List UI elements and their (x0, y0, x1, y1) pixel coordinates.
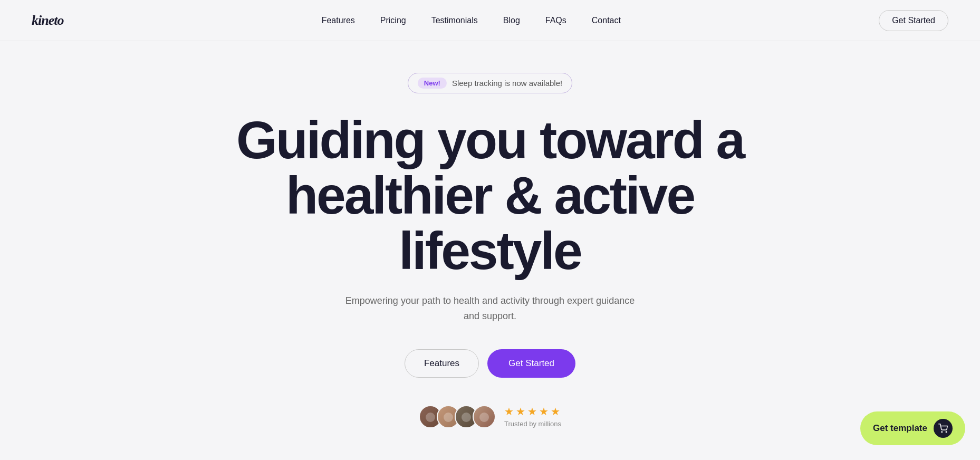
trusted-label: Trusted by millions (504, 420, 561, 428)
get-template-label: Get template (873, 423, 927, 434)
nav-blog[interactable]: Blog (503, 16, 520, 25)
logo[interactable]: kineto (32, 13, 63, 28)
nav-testimonials[interactable]: Testimonials (431, 16, 478, 25)
social-proof: ★ ★ ★ ★ ★ Trusted by millions (419, 405, 561, 428)
navbar: kineto Features Pricing Testimonials Blo… (0, 0, 980, 41)
nav-pricing[interactable]: Pricing (380, 16, 406, 25)
features-button[interactable]: Features (405, 349, 479, 378)
badge-description: Sleep tracking is now available! (452, 79, 562, 88)
get-started-button[interactable]: Get Started (487, 349, 575, 378)
svg-point-0 (941, 432, 943, 433)
nav-features[interactable]: Features (322, 16, 355, 25)
star-1: ★ (504, 405, 514, 418)
nav-links: Features Pricing Testimonials Blog FAQs … (322, 16, 621, 25)
ratings: ★ ★ ★ ★ ★ Trusted by millions (504, 405, 561, 428)
hero-title: Guiding you toward a healthier & active … (200, 112, 780, 279)
avatar (473, 405, 496, 428)
star-5: ★ (551, 405, 560, 418)
svg-point-1 (946, 432, 947, 433)
nav-get-started-button[interactable]: Get Started (879, 10, 948, 31)
star-4: ★ (539, 405, 549, 418)
nav-contact[interactable]: Contact (592, 16, 621, 25)
star-3: ★ (527, 405, 537, 418)
hero-buttons: Features Get Started (405, 349, 575, 378)
hero-section: New! Sleep tracking is now available! Gu… (0, 41, 980, 449)
badge-new-label: New! (418, 78, 447, 89)
nav-faqs[interactable]: FAQs (545, 16, 566, 25)
get-template-button[interactable]: Get template (860, 411, 965, 445)
announcement-badge: New! Sleep tracking is now available! (408, 73, 572, 93)
cart-icon (934, 419, 953, 438)
star-2: ★ (516, 405, 525, 418)
user-avatars (419, 405, 496, 428)
hero-subtitle: Empowering your path to health and activ… (342, 293, 638, 324)
star-rating: ★ ★ ★ ★ ★ (504, 405, 560, 418)
